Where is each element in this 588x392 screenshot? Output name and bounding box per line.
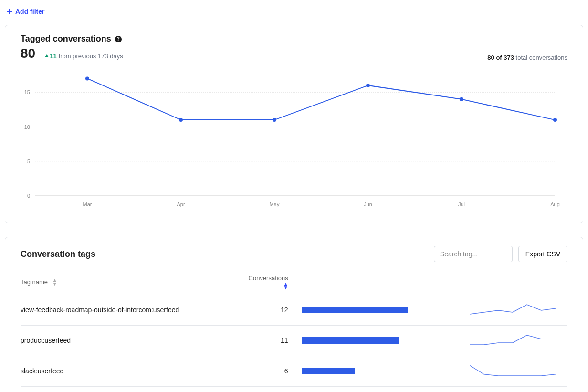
add-filter-label: Add filter: [15, 8, 44, 15]
svg-point-14: [85, 76, 89, 80]
tag-count: 11: [249, 325, 296, 356]
tag-sparkline: [458, 386, 567, 392]
col-conversations[interactable]: Conversations ▲▼: [249, 270, 296, 295]
tagged-conversations-card: Tagged conversations ? 80 11 from previo…: [5, 25, 583, 223]
add-filter-button[interactable]: Add filter: [5, 5, 44, 25]
tag-bar: [296, 325, 458, 356]
tag-count: 12: [249, 295, 296, 325]
conversation-tags-card: Conversation tags Export CSV Tag name ▲▼…: [5, 237, 583, 392]
svg-text:5: 5: [27, 159, 30, 164]
svg-text:Aug: Aug: [550, 201, 560, 207]
triangle-up-icon: [45, 54, 49, 58]
tag-name: view-feedback-roadmap-outside-of-interco…: [21, 295, 249, 325]
export-csv-button[interactable]: Export CSV: [518, 246, 567, 262]
col-tag-name[interactable]: Tag name ▲▼: [21, 270, 249, 295]
metric-delta: 11 from previous 173 days: [45, 53, 123, 60]
metric-right: 80 of 373 total conversations: [487, 54, 567, 61]
tag-sparkline: [458, 356, 567, 386]
svg-text:Jun: Jun: [364, 201, 372, 207]
sort-icon: ▲▼: [52, 278, 57, 286]
tags-table: Tag name ▲▼ Conversations ▲▼ view-feedba…: [21, 270, 567, 392]
delta-value: 11: [50, 53, 56, 60]
tag-name: ability-to-view-likes-votes-over-time-fo…: [21, 386, 249, 392]
svg-point-16: [273, 118, 276, 122]
card-title: Tagged conversations: [21, 34, 111, 44]
svg-point-15: [179, 118, 183, 122]
line-chart: 051015MarAprMayJunJulAug: [21, 67, 567, 212]
tag-sparkline: [458, 295, 567, 325]
svg-text:15: 15: [24, 89, 30, 95]
svg-text:Mar: Mar: [83, 201, 92, 207]
svg-text:May: May: [270, 201, 280, 207]
right-count: 80 of 373: [487, 54, 514, 61]
tag-name: slack:userfeed: [21, 356, 249, 386]
right-suffix: total conversations: [516, 54, 567, 61]
table-row[interactable]: product:userfeed11: [21, 325, 567, 356]
svg-point-19: [553, 118, 557, 122]
svg-text:Apr: Apr: [177, 201, 185, 207]
tags-title: Conversation tags: [21, 249, 95, 259]
tag-count: 4: [249, 386, 296, 392]
tag-count: 6: [249, 356, 296, 386]
help-icon[interactable]: ?: [115, 36, 122, 42]
delta-up: 11: [45, 53, 56, 60]
svg-text:0: 0: [27, 193, 30, 199]
svg-text:10: 10: [24, 124, 30, 130]
tag-name: product:userfeed: [21, 325, 249, 356]
sort-icon: ▲▼: [284, 282, 288, 290]
svg-text:Jul: Jul: [458, 201, 465, 207]
tag-bar: [296, 386, 458, 392]
table-row[interactable]: slack:userfeed6: [21, 356, 567, 386]
svg-point-17: [366, 84, 370, 87]
table-row[interactable]: ability-to-view-likes-votes-over-time-fo…: [21, 386, 567, 392]
metric-value: 80: [21, 46, 35, 61]
search-tag-input[interactable]: [434, 246, 513, 262]
plus-icon: [7, 9, 12, 14]
tag-sparkline: [458, 325, 567, 356]
svg-point-18: [460, 97, 463, 101]
table-row[interactable]: view-feedback-roadmap-outside-of-interco…: [21, 295, 567, 325]
delta-suffix: from previous 173 days: [59, 53, 123, 60]
tag-bar: [296, 356, 458, 386]
tag-bar: [296, 295, 458, 325]
